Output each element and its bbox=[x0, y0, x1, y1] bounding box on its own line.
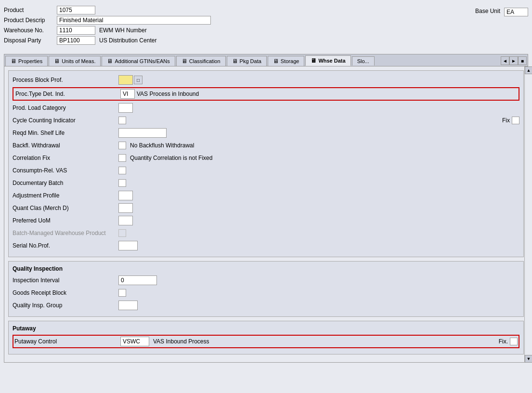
serial-no-row: Serial No.Prof. bbox=[13, 240, 519, 251]
correlation-desc: Quantity Correlation is not Fixed bbox=[130, 155, 212, 161]
putaway-control-row: Putaway Control VAS Inbound Process Fix. bbox=[13, 335, 519, 348]
batch-managed-checkbox bbox=[118, 229, 126, 237]
warehouse-row: Warehouse No. EWM WH Number bbox=[4, 26, 211, 35]
serial-no-label: Serial No.Prof. bbox=[13, 242, 118, 249]
tab-units-label: Units of Meas. bbox=[62, 58, 95, 64]
tab-units[interactable]: 🖥 Units of Meas. bbox=[49, 56, 101, 66]
tab-gtins[interactable]: 🖥 Additional GTINs/EANs bbox=[102, 56, 175, 66]
goods-receipt-row: Goods Receipt Block bbox=[13, 288, 519, 298]
tab-properties[interactable]: 🖥 Properties bbox=[5, 56, 48, 66]
tabs-bar: 🖥 Properties 🖥 Units of Meas. 🖥 Addition… bbox=[4, 54, 528, 66]
tab-properties-label: Properties bbox=[18, 58, 42, 64]
documentary-label: Documentary Batch bbox=[13, 180, 118, 186]
tab-nav-right[interactable]: ► bbox=[509, 56, 518, 65]
correlation-row: Correlation Fix Quantity Correlation is … bbox=[13, 153, 519, 163]
serial-no-input[interactable] bbox=[118, 241, 138, 250]
tab-slo[interactable]: Slo... bbox=[352, 56, 375, 66]
tab-storage-icon: 🖥 bbox=[273, 58, 279, 65]
fix-section: Fix bbox=[502, 117, 519, 124]
quality-insp-row: Quality Insp. Group bbox=[13, 300, 519, 311]
tab-nav-buttons: ◄ ► ■ bbox=[501, 56, 527, 65]
batch-managed-label: Batch-Managed Warehouse Product bbox=[13, 230, 118, 236]
proc-type-label: Proc.Type Det. Ind. bbox=[14, 91, 120, 97]
adjustment-label: Adjustment Profile bbox=[13, 192, 118, 199]
reqd-min-label: Reqd Min. Shelf Life bbox=[13, 130, 118, 136]
consumptn-checkbox[interactable] bbox=[118, 167, 126, 174]
reqd-min-input[interactable] bbox=[118, 128, 167, 138]
putaway-fix-section: Fix. bbox=[499, 338, 518, 345]
proc-type-desc: VAS Process in Inbound bbox=[137, 91, 199, 97]
tab-nav-left[interactable]: ◄ bbox=[501, 56, 509, 65]
tab-classification[interactable]: 🖥 Classification bbox=[176, 56, 226, 66]
quality-insp-label: Quality Insp. Group bbox=[13, 302, 118, 309]
documentary-row: Documentary Batch bbox=[13, 178, 519, 188]
tab-whse-icon: 🖥 bbox=[311, 57, 316, 64]
backfl-desc: No Backflush Withdrawal bbox=[130, 142, 194, 149]
process-block-row: Process Block Prof. □ bbox=[13, 75, 519, 85]
proc-type-row: Proc.Type Det. Ind. VAS Process in Inbou… bbox=[13, 87, 519, 101]
quality-section: Quality Inspection Inspection Interval G… bbox=[8, 261, 524, 317]
prod-load-row: Prod. Load Category bbox=[13, 103, 519, 113]
tab-pkg[interactable]: 🖥 Pkg Data bbox=[227, 56, 267, 66]
product-input[interactable] bbox=[57, 6, 95, 14]
product-descrip-label: Product Descrip bbox=[4, 17, 57, 24]
tab-nav-menu[interactable]: ■ bbox=[518, 56, 527, 65]
correlation-checkbox[interactable] bbox=[118, 154, 126, 162]
cycle-counting-checkbox[interactable] bbox=[118, 117, 126, 124]
scroll-up-btn[interactable]: ▲ bbox=[525, 66, 532, 74]
goods-receipt-checkbox[interactable] bbox=[118, 289, 126, 297]
disposal-input[interactable] bbox=[57, 36, 95, 45]
tab-slo-label: Slo... bbox=[357, 58, 369, 64]
consumptn-label: Consumptn-Rel. VAS bbox=[13, 167, 118, 174]
product-descrip-input[interactable] bbox=[57, 16, 211, 25]
warehouse-input[interactable] bbox=[57, 26, 95, 35]
cycle-counting-row: Cycle Counting Indicator Fix bbox=[13, 115, 519, 126]
putaway-section: Putaway Putaway Control VAS Inbound Proc… bbox=[8, 321, 524, 354]
putaway-control-input[interactable] bbox=[120, 337, 149, 346]
documentary-checkbox[interactable] bbox=[118, 179, 126, 187]
disposal-text: US Distribution Center bbox=[99, 37, 156, 44]
product-label: Product bbox=[4, 7, 57, 13]
preferred-uom-input[interactable] bbox=[118, 216, 133, 225]
adjustment-input[interactable] bbox=[118, 191, 133, 200]
tab-gtins-label: Additional GTINs/EANs bbox=[115, 58, 169, 64]
backfl-row: Backfl. Withdrawal No Backflush Withdraw… bbox=[13, 140, 519, 151]
fix-label: Fix bbox=[502, 117, 510, 124]
right-scrollbar: ▲ ▼ bbox=[524, 66, 532, 363]
correlation-label: Correlation Fix bbox=[13, 155, 118, 161]
process-block-window-icon[interactable]: □ bbox=[134, 76, 143, 84]
proc-type-input[interactable] bbox=[120, 89, 135, 99]
reqd-min-row: Reqd Min. Shelf Life bbox=[13, 128, 519, 138]
putaway-control-label: Putaway Control bbox=[14, 338, 120, 345]
putaway-control-desc: VAS Inbound Process bbox=[153, 338, 209, 345]
quality-section-title: Quality Inspection bbox=[13, 265, 519, 272]
prod-load-input[interactable] bbox=[118, 103, 133, 113]
inspection-interval-input[interactable] bbox=[118, 275, 157, 285]
preferred-uom-label: Preferred UoM bbox=[13, 217, 118, 224]
quant-clas-label: Quant Clas (Merch D) bbox=[13, 205, 118, 211]
base-unit-input[interactable] bbox=[504, 8, 528, 16]
product-row: Product bbox=[4, 6, 211, 14]
tab-whse-label: Whse Data bbox=[318, 58, 345, 64]
disposal-row: Disposal Party US Distribution Center bbox=[4, 36, 211, 45]
backfl-checkbox[interactable] bbox=[118, 142, 126, 149]
tab-whse-data[interactable]: 🖥 Whse Data bbox=[305, 55, 350, 66]
tab-storage-label: Storage bbox=[281, 58, 299, 64]
tab-gtins-icon: 🖥 bbox=[107, 58, 113, 65]
putaway-fix-checkbox[interactable] bbox=[510, 338, 518, 345]
cycle-counting-label: Cycle Counting Indicator bbox=[13, 117, 118, 124]
process-block-input[interactable] bbox=[118, 75, 133, 85]
tab-classification-label: Classification bbox=[189, 58, 221, 64]
quant-clas-input[interactable] bbox=[118, 203, 133, 213]
fix-checkbox[interactable] bbox=[512, 117, 519, 124]
quality-insp-input[interactable] bbox=[118, 301, 138, 310]
product-descrip-row: Product Descrip bbox=[4, 16, 211, 25]
consumptn-row: Consumptn-Rel. VAS bbox=[13, 165, 519, 176]
tab-pkg-icon: 🖥 bbox=[232, 58, 238, 65]
prod-load-label: Prod. Load Category bbox=[13, 105, 118, 111]
main-container: Product Product Descrip Warehouse No. EW… bbox=[0, 0, 532, 393]
tab-storage[interactable]: 🖥 Storage bbox=[268, 56, 305, 66]
process-block-label: Process Block Prof. bbox=[13, 77, 118, 83]
scroll-down-btn[interactable]: ▼ bbox=[525, 355, 532, 363]
preferred-uom-row: Preferred UoM bbox=[13, 215, 519, 226]
